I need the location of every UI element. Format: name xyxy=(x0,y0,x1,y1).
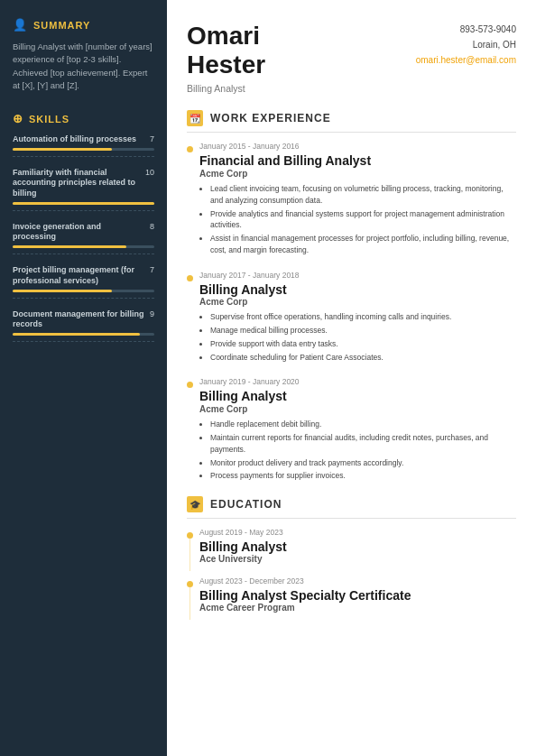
skill-bar-fill xyxy=(13,148,112,151)
phone: 893-573-9040 xyxy=(416,22,516,37)
skill-bar-fill xyxy=(13,245,126,248)
edu-bar xyxy=(189,539,190,571)
bullet: Coordinate scheduling for Patient Care A… xyxy=(210,352,516,364)
work-title: Financial and Billing Analyst xyxy=(199,153,516,169)
summary-title: 👤 SUMMARY xyxy=(13,18,154,32)
resume-container: 👤 SUMMARY Billing Analyst with [number o… xyxy=(0,0,536,756)
skill-name: Familiarity with financial accounting pr… xyxy=(13,168,145,199)
skill-name: Invoice generation and processing xyxy=(13,222,150,243)
bullet: Maintain current reports for financial a… xyxy=(210,432,516,456)
edu-bar xyxy=(189,587,190,620)
bullet: Supervise front office operations, handl… xyxy=(210,311,516,323)
work-title: Billing Analyst xyxy=(199,389,516,404)
work-icon: 📆 xyxy=(187,110,203,126)
skill-divider xyxy=(13,341,154,342)
skill-bar-bg xyxy=(13,245,154,248)
summary-icon: 👤 xyxy=(13,18,28,32)
skill-divider xyxy=(13,254,154,254)
work-company: Acme Corp xyxy=(199,297,516,307)
location: Lorain, OH xyxy=(416,37,516,52)
skill-name: Project billing management (for professi… xyxy=(13,265,150,286)
work-experience-section: 📆 WORK EXPERIENCE January 2015 - January… xyxy=(187,110,516,482)
full-name: Omari Hester xyxy=(187,22,265,79)
skill-score: 8 xyxy=(150,222,154,231)
summary-text: Billing Analyst with [number of years] e… xyxy=(13,41,154,92)
work-bullets: Lead client invoicing team, focusing on … xyxy=(199,183,516,256)
bullet: Handle replacement debit billing. xyxy=(210,419,516,430)
skill-bar-bg xyxy=(13,333,154,336)
skill-divider xyxy=(13,210,154,211)
work-section-header: 📆 WORK EXPERIENCE xyxy=(187,110,516,133)
summary-section: 👤 SUMMARY Billing Analyst with [number o… xyxy=(13,18,154,92)
work-title: Billing Analyst xyxy=(199,282,516,298)
skill-bar-fill xyxy=(13,290,112,292)
skill-bar-fill xyxy=(13,333,140,336)
education-section: 🎓 EDUCATION August 2019 - May 2023 Billi… xyxy=(187,496,516,613)
skill-divider xyxy=(13,156,154,157)
edu-date: August 2019 - May 2023 xyxy=(199,528,516,537)
bullet: Provide support with data entry tasks. xyxy=(210,338,516,350)
work-bullets: Supervise front office operations, handl… xyxy=(199,311,516,363)
work-entry: January 2015 - January 2016 Financial an… xyxy=(187,142,516,255)
skill-score: 9 xyxy=(150,309,154,318)
edu-entries: August 2019 - May 2023 Billing Analyst A… xyxy=(187,528,516,613)
skill-item: Familiarity with financial accounting pr… xyxy=(13,168,154,211)
bullet: Lead client invoicing team, focusing on … xyxy=(210,183,516,207)
skill-divider xyxy=(13,298,154,299)
skill-item: Invoice generation and processing 8 xyxy=(13,222,154,254)
sidebar: 👤 SUMMARY Billing Analyst with [number o… xyxy=(0,0,167,756)
skill-bar-bg xyxy=(13,148,154,151)
name-block: Omari Hester xyxy=(187,22,265,79)
edu-degree: Billing Analyst xyxy=(199,539,516,554)
work-date: January 2015 - January 2016 xyxy=(199,142,516,151)
edu-section-header: 🎓 EDUCATION xyxy=(187,496,516,519)
skill-name: Automation of billing processes xyxy=(13,134,150,145)
work-date: January 2019 - January 2020 xyxy=(199,377,516,386)
work-section-title: WORK EXPERIENCE xyxy=(210,112,331,124)
edu-section-title: EDUCATION xyxy=(210,498,282,511)
skill-name: Document management for billing records xyxy=(13,309,150,330)
bullet: Monitor product delivery and track payme… xyxy=(210,457,516,469)
edu-entry: August 2023 - December 2023 Billing Anal… xyxy=(187,576,516,613)
job-title: Billing Analyst xyxy=(187,83,516,94)
edu-degree: Billing Analyst Specialty Certificate xyxy=(199,588,516,603)
skills-section: ⊕ SKILLS Automation of billing processes… xyxy=(13,112,154,342)
work-company: Acme Corp xyxy=(199,169,516,179)
skill-bar-bg xyxy=(13,290,154,292)
skill-score: 10 xyxy=(145,168,154,177)
work-entries: January 2015 - January 2016 Financial an… xyxy=(187,142,516,482)
skill-score: 7 xyxy=(150,265,154,274)
edu-school: Acme Career Program xyxy=(199,603,516,613)
work-company: Acme Corp xyxy=(199,404,516,414)
main-content: Omari Hester 893-573-9040 Lorain, OH oma… xyxy=(167,0,536,756)
work-entry: January 2019 - January 2020 Billing Anal… xyxy=(187,377,516,482)
work-entry: January 2017 - January 2018 Billing Anal… xyxy=(187,271,516,364)
bullet: Provide analytics and financial systems … xyxy=(210,208,516,232)
skills-list: Automation of billing processes 7 Famili… xyxy=(13,134,154,342)
edu-entry: August 2019 - May 2023 Billing Analyst A… xyxy=(187,528,516,564)
edu-date: August 2023 - December 2023 xyxy=(199,576,516,585)
skill-score: 7 xyxy=(150,134,154,143)
skill-item: Automation of billing processes 7 xyxy=(13,134,154,157)
skills-icon: ⊕ xyxy=(13,112,23,125)
bullet: Assist in financial management processes… xyxy=(210,233,516,256)
edu-icon: 🎓 xyxy=(187,496,203,512)
edu-school: Ace University xyxy=(199,554,516,564)
work-bullets: Handle replacement debit billing.Maintai… xyxy=(199,419,516,482)
bullet: Manage medical billing processes. xyxy=(210,325,516,337)
work-date: January 2017 - January 2018 xyxy=(199,271,516,280)
skill-item: Document management for billing records … xyxy=(13,309,154,342)
skill-item: Project billing management (for professi… xyxy=(13,265,154,298)
contact-info: 893-573-9040 Lorain, OH omari.hester@ema… xyxy=(416,22,516,68)
email: omari.hester@email.com xyxy=(416,52,516,68)
skill-bar-fill xyxy=(13,202,154,205)
skills-title: ⊕ SKILLS xyxy=(13,112,154,125)
skill-bar-bg xyxy=(13,202,154,205)
resume-header: Omari Hester 893-573-9040 Lorain, OH oma… xyxy=(187,22,516,79)
bullet: Process payments for supplier invoices. xyxy=(210,470,516,482)
